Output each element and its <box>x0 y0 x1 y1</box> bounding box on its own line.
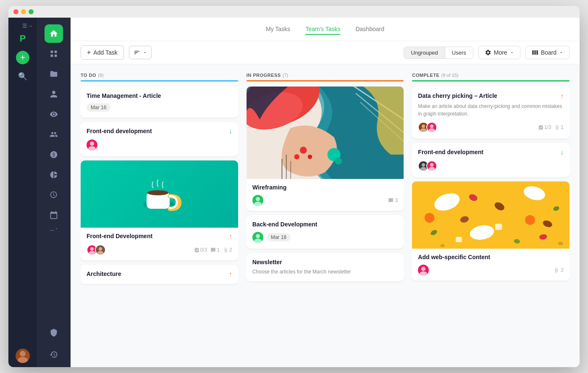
avatar-stack <box>87 244 106 255</box>
column-todo-count: (9) <box>98 73 103 78</box>
card-web-content[interactable]: Add web-specific Content 2 <box>412 181 570 281</box>
sidebar-item-person[interactable] <box>45 85 63 103</box>
avatar <box>426 122 437 133</box>
sidebar-bottom-settings[interactable] <box>45 323 63 342</box>
card-title: Front-end development <box>418 149 483 155</box>
column-inprogress-title: IN PROGRESS <box>247 73 281 78</box>
minimize-btn[interactable] <box>21 9 26 14</box>
svg-point-24 <box>307 155 312 159</box>
sidebar-bottom-history[interactable] <box>45 345 63 364</box>
card-time-management[interactable]: Time Management - Article Mar 16 <box>81 87 238 118</box>
user-avatar[interactable] <box>16 349 30 363</box>
avatar-stack <box>418 160 437 171</box>
card-backend-dev[interactable]: Back-end Development Mar 18 <box>247 215 404 249</box>
svg-point-15 <box>89 251 95 255</box>
card-title: Time Management - Article <box>87 92 232 99</box>
card-architecture[interactable]: Architecture ↑ <box>81 265 238 284</box>
card-desc: Make an article about data cherry-pickin… <box>418 102 564 118</box>
avatar <box>87 139 97 150</box>
sidebar-item-calendar[interactable] <box>45 206 63 224</box>
column-inprogress-count: (7) <box>283 73 288 78</box>
close-btn[interactable] <box>13 9 18 14</box>
more-button[interactable]: More <box>478 46 520 59</box>
comment-meta: 1 <box>210 247 220 253</box>
maximize-btn[interactable] <box>29 9 34 14</box>
avatar <box>252 232 263 243</box>
svg-point-61 <box>420 271 427 276</box>
svg-point-33 <box>254 202 262 206</box>
priority-up-icon: ↑ <box>229 233 232 240</box>
board: TO DO (9) Time Management - Article Mar … <box>71 64 580 367</box>
sidebar-item-chart[interactable] <box>45 165 63 184</box>
priority-up-icon: ↑ <box>229 271 232 278</box>
column-complete-count: (9 of 15) <box>441 73 458 78</box>
svg-point-14 <box>90 247 94 250</box>
tab-my-tasks[interactable]: My Tasks <box>266 24 290 35</box>
svg-rect-6 <box>532 50 533 55</box>
group-users-btn[interactable]: Users <box>445 47 473 58</box>
sidebar-expand-icon[interactable]: ☰→ <box>22 23 37 29</box>
card-frontend-dev-img[interactable]: Front-end Development ↑ <box>81 160 238 260</box>
svg-rect-57 <box>456 237 462 242</box>
add-task-button[interactable]: + Add Task <box>81 45 124 60</box>
sidebar-item-dollar[interactable] <box>45 145 63 164</box>
card-title: Add web-specific Content <box>418 254 564 260</box>
svg-rect-7 <box>534 50 536 55</box>
sidebar-expand-more[interactable]: — ˅ <box>50 228 58 232</box>
sidebar-item-team[interactable] <box>45 125 63 144</box>
filter-button[interactable] <box>129 46 152 59</box>
add-button[interactable]: + <box>16 51 29 64</box>
attachment-meta: 2 <box>223 247 232 253</box>
sidebar-item-home[interactable] <box>45 24 63 43</box>
svg-point-35 <box>254 239 262 243</box>
svg-point-22 <box>335 158 342 165</box>
card-desc: Choose the articles for the March newsle… <box>252 268 398 276</box>
svg-point-32 <box>256 197 260 201</box>
card-title: Wireframing <box>252 184 398 191</box>
priority-down-icon: ↓ <box>560 149 564 156</box>
avatar <box>252 195 263 206</box>
tab-teams-tasks[interactable]: Team's Tasks <box>305 24 340 35</box>
sidebar-item-folder[interactable] <box>45 65 63 83</box>
svg-point-23 <box>300 147 307 154</box>
svg-point-43 <box>429 167 435 171</box>
avatar <box>418 265 429 276</box>
sidebar-item-clock[interactable] <box>45 186 63 204</box>
column-todo: TO DO (9) Time Management - Article Mar … <box>81 73 238 359</box>
priority-up-icon: ↑ <box>560 92 564 100</box>
card-wireframing[interactable]: Wireframing 3 <box>247 87 404 211</box>
card-newsletter[interactable]: Newsletter Choose the articles for the M… <box>247 253 404 281</box>
card-title: Front-end development <box>87 128 152 134</box>
svg-point-60 <box>421 267 425 271</box>
svg-rect-29 <box>281 159 282 179</box>
search-icon[interactable]: 🔍 <box>18 72 27 81</box>
card-data-cherry[interactable]: Data cherry picking – Article ↑ Make an … <box>412 87 570 139</box>
subtask-meta: 0/3 <box>194 247 207 253</box>
card-frontend-complete[interactable]: Front-end development ↓ <box>412 143 570 177</box>
svg-point-13 <box>147 190 168 195</box>
svg-point-10 <box>88 146 96 150</box>
card-title: Architecture <box>87 271 121 277</box>
app-logo: P <box>20 33 26 44</box>
svg-rect-5 <box>55 55 57 57</box>
column-todo-title: TO DO <box>81 73 96 78</box>
sidebar-item-eye[interactable] <box>45 105 63 123</box>
svg-rect-3 <box>55 51 57 53</box>
board-button[interactable]: Board <box>525 46 570 59</box>
column-in-progress: IN PROGRESS (7) <box>247 73 404 359</box>
svg-rect-8 <box>536 50 538 55</box>
column-complete: COMPLETE (9 of 15) Data cherry picking –… <box>412 73 570 359</box>
sidebar-item-board[interactable] <box>45 45 63 63</box>
card-tag: Mar 16 <box>87 103 110 112</box>
priority-down-icon: ↓ <box>229 128 232 135</box>
svg-point-17 <box>97 251 103 255</box>
tab-dashboard[interactable]: Dashboard <box>355 24 384 35</box>
card-tag: Mar 18 <box>267 233 291 242</box>
card-frontend-dev[interactable]: Front-end development ↓ <box>81 122 238 156</box>
svg-point-34 <box>256 234 260 238</box>
group-ungrouped-btn[interactable]: Ungrouped <box>404 47 444 58</box>
card-title: Newsletter <box>252 259 398 265</box>
card-title: Front-end Development <box>87 233 152 239</box>
svg-point-59 <box>441 244 445 247</box>
top-navigation: My Tasks Team's Tasks Dashboard <box>71 18 580 41</box>
